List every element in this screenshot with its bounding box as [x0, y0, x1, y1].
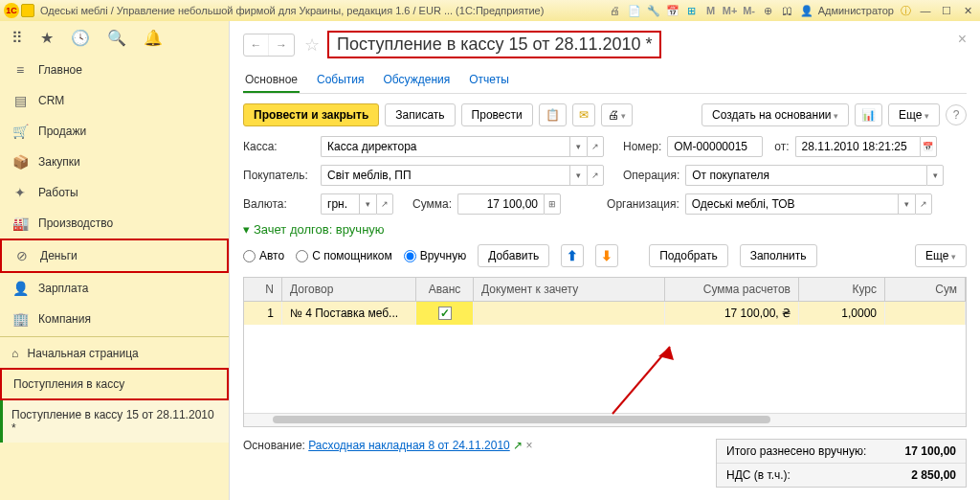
sum-input[interactable] [457, 193, 544, 215]
sidebar-item-8[interactable]: 🏢Компания [0, 304, 229, 334]
app-menu-dropdown[interactable] [21, 4, 34, 17]
col-document[interactable]: Документ к зачету [474, 278, 665, 301]
nav-back-icon[interactable]: ⊕ [761, 3, 776, 18]
open-icon[interactable]: ↗ [915, 193, 932, 215]
history-icon[interactable]: 🕓 [71, 29, 90, 47]
basis-clear-icon[interactable]: × [525, 439, 532, 452]
val-input[interactable] [321, 193, 359, 215]
total-vat-value: 2 850,00 [889, 468, 956, 482]
m-minus-button[interactable]: M- [742, 3, 757, 18]
tool-icon[interactable]: 📄 [627, 3, 642, 18]
tab-discuss[interactable]: Обсуждения [382, 68, 453, 93]
open-icon[interactable]: ↗ [587, 136, 604, 157]
tab-events[interactable]: События [315, 68, 367, 93]
apps-icon[interactable]: ⠿ [11, 29, 23, 47]
notifications-icon[interactable]: 🔔 [144, 29, 163, 47]
cell-sum2 [885, 302, 966, 325]
dropdown-icon[interactable]: ▾ [569, 165, 587, 186]
sidebar-item-7[interactable]: 👤Зарплата [0, 273, 229, 304]
sidebar-current-doc[interactable]: Поступление в кассу 15 от 28.11.2010 * [0, 400, 229, 443]
kassa-input[interactable] [321, 136, 569, 157]
sidebar-item-5[interactable]: 🏭Производство [0, 208, 229, 239]
advance-checkbox[interactable]: ✓ [438, 307, 452, 320]
calendar-icon[interactable]: ⊞ [684, 3, 700, 18]
sidebar-item-4[interactable]: ✦Работы [0, 177, 229, 208]
post-button[interactable]: Провести [461, 103, 533, 126]
grid-scrollbar[interactable] [244, 413, 966, 426]
m-plus-button[interactable]: M+ [723, 3, 738, 18]
search-icon[interactable]: 🔍 [107, 29, 126, 47]
write-button[interactable]: Записать [385, 103, 455, 126]
ot-label: от: [774, 140, 789, 153]
help-icon[interactable]: 🕮 [780, 3, 795, 18]
pokup-input[interactable] [321, 165, 569, 186]
favorite-star-icon[interactable]: ☆ [304, 34, 320, 56]
radio-manual[interactable]: Вручную [404, 249, 466, 262]
minimize-button[interactable]: — [917, 3, 934, 18]
radio-auto[interactable]: Авто [243, 249, 284, 262]
open-icon[interactable]: ↗ [587, 165, 604, 186]
add-button[interactable]: Добавить [478, 244, 549, 267]
debt-grid: N Договор Аванс Документ к зачету Сумма … [243, 277, 967, 427]
oper-input[interactable] [685, 165, 926, 186]
date-input[interactable] [795, 136, 920, 157]
nav-fwd-button[interactable]: → [269, 34, 294, 56]
sidebar-item-3[interactable]: 📦Закупки [0, 147, 229, 177]
calendar-picker-icon[interactable]: 📅 [920, 136, 937, 157]
basis-open-icon[interactable]: ↗ [513, 439, 523, 452]
col-sum2[interactable]: Сум [885, 278, 966, 301]
sidebar-item-2[interactable]: 🛒Продажи [0, 116, 229, 147]
sidebar-item-label: Компания [38, 312, 91, 326]
calc-picker-icon[interactable]: ⊞ [544, 193, 561, 215]
sidebar-home[interactable]: ⌂ Начальная страница [0, 339, 229, 368]
pick-button[interactable]: Подобрать [649, 244, 727, 267]
service-icon[interactable]: 🔧 [646, 3, 661, 18]
fill-button[interactable]: Заполнить [740, 244, 817, 267]
cell-advance[interactable]: ✓ [416, 302, 474, 325]
col-contract[interactable]: Договор [282, 278, 416, 301]
move-up-button[interactable]: ⬆ [561, 244, 584, 267]
table-row[interactable]: 1 № 4 Поставка меб... ✓ 17 100,00, ₴ 1,0… [244, 302, 966, 325]
col-n[interactable]: N [244, 278, 282, 301]
mail-button[interactable]: ✉ [572, 103, 595, 126]
dropdown-icon[interactable]: ▾ [359, 193, 376, 215]
section-header[interactable]: Зачет долгов: вручную [243, 222, 967, 237]
move-down-button[interactable]: ⬇ [595, 244, 618, 267]
sidebar-receipts-link[interactable]: Поступления в кассу [0, 368, 229, 400]
sidebar-item-1[interactable]: ▤CRM [0, 85, 229, 116]
print-icon[interactable]: 🖨 [608, 3, 623, 18]
maximize-button[interactable]: ☐ [938, 3, 955, 18]
open-icon[interactable]: ↗ [376, 193, 393, 215]
structure-button[interactable]: 📋 [539, 103, 567, 126]
nav-back-button[interactable]: ← [244, 34, 269, 56]
close-doc-button[interactable]: × [958, 31, 967, 48]
tab-reports[interactable]: Отчеты [467, 68, 510, 93]
radio-wizard[interactable]: С помощником [296, 249, 392, 262]
dropdown-icon[interactable]: ▾ [926, 165, 944, 186]
print-button[interactable]: 🖨 [601, 103, 634, 126]
col-advance[interactable]: Аванс [416, 278, 474, 301]
info-icon[interactable]: ⓘ [898, 3, 913, 18]
more-button[interactable]: Еще [888, 103, 940, 126]
report-button[interactable]: 📊 [855, 103, 882, 126]
tab-main[interactable]: Основное [243, 68, 300, 93]
dropdown-icon[interactable]: ▾ [569, 136, 587, 157]
totals-box: Итого разнесено вручную: 17 100,00 НДС (… [716, 439, 967, 488]
favorites-icon[interactable]: ★ [40, 29, 54, 47]
dropdown-icon[interactable]: ▾ [898, 193, 915, 215]
grid-more-button[interactable]: Еще [915, 244, 967, 267]
help-button[interactable]: ? [946, 104, 967, 125]
org-input[interactable] [685, 193, 898, 215]
col-sum[interactable]: Сумма расчетов [665, 278, 799, 301]
sidebar-item-0[interactable]: ≡Главное [0, 55, 229, 85]
create-based-button[interactable]: Создать на основании [702, 103, 849, 126]
nomer-input[interactable] [667, 136, 763, 157]
calc-icon[interactable]: 📅 [665, 3, 680, 18]
col-rate[interactable]: Курс [799, 278, 885, 301]
sidebar-item-6[interactable]: ⊘Деньги [0, 239, 229, 273]
close-window-button[interactable]: ✕ [959, 3, 976, 18]
m-button[interactable]: M [703, 3, 719, 18]
post-and-close-button[interactable]: Провести и закрыть [243, 103, 379, 126]
sidebar-icon: ≡ [11, 61, 29, 79]
basis-link[interactable]: Расходная накладная 8 от 24.11.2010 [308, 439, 510, 452]
